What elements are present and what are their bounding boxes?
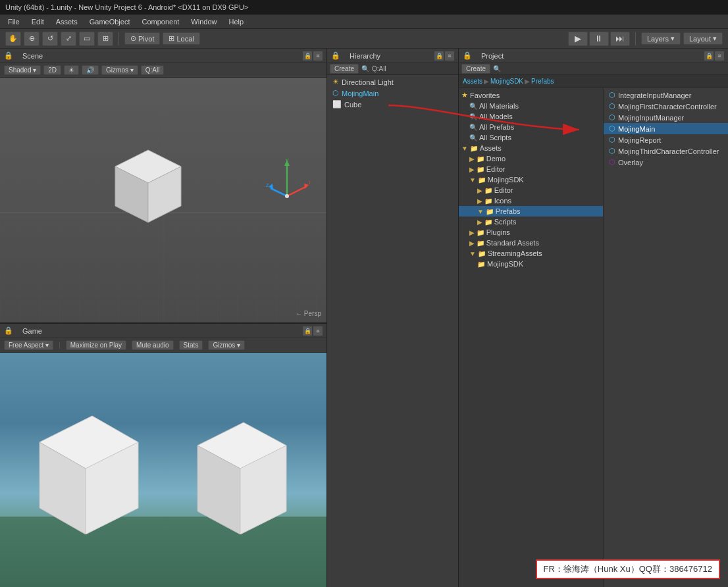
folder-sdk-editor: ▶ 📁 <box>477 187 492 194</box>
hierarchy-create-btn[interactable]: Create <box>330 64 359 74</box>
tree-plugins[interactable]: ▶ 📁 Plugins <box>459 227 603 238</box>
maximize-btn[interactable]: Maximize on Play <box>66 340 126 350</box>
menu-edit[interactable]: Edit <box>26 16 49 27</box>
hierarchy-item-directional-light[interactable]: ☀ Directional Light <box>327 76 458 88</box>
local-button[interactable]: ⊞ Local <box>163 32 199 45</box>
tree-mojingsdk-streaming[interactable]: 📁 MojingSDK <box>459 259 603 269</box>
tree-mojingsdk[interactable]: ▼ 📁 MojingSDK <box>459 174 603 185</box>
mute-btn[interactable]: Mute audio <box>132 340 173 350</box>
hierarchy-item-cube[interactable]: ⬜ Cube <box>327 99 458 110</box>
tree-scripts[interactable]: ▶ 📁 Scripts <box>459 217 603 227</box>
fav-all-models[interactable]: 🔍 All Models <box>459 111 603 122</box>
file-mojing-third-character[interactable]: ⬡ MojingThirdCharacterController <box>604 145 728 157</box>
project-header: 🔒 Project 🔒 ≡ <box>459 49 728 63</box>
tree-mojingsdk-editor[interactable]: ▶ 📁 Editor <box>459 185 603 195</box>
fav-all-prefabs[interactable]: 🔍 All Prefabs <box>459 122 603 132</box>
favorites-header[interactable]: ★ Favorites <box>459 89 603 101</box>
shading-dropdown[interactable]: Shaded ▾ <box>4 65 41 75</box>
pivot-icon: ⊙ <box>130 34 136 43</box>
stats-btn[interactable]: Stats <box>179 340 203 350</box>
move-tool[interactable]: ⊕ <box>24 32 39 46</box>
hand-tool[interactable]: ✋ <box>5 32 21 46</box>
tree-standard-assets[interactable]: ▶ 📁 Standard Assets <box>459 238 603 248</box>
cube-icon: ⬜ <box>332 100 342 109</box>
project-area: 🔒 Project 🔒 ≡ Create 🔍 Assets ▶ MojingSD… <box>459 49 728 587</box>
gizmos-button[interactable]: Gizmos ▾ <box>101 65 138 75</box>
tree-streaming-assets[interactable]: ▼ 📁 StreamingAssets <box>459 248 603 259</box>
hierarchy-create-bar: Create 🔍 Q:All <box>327 63 458 75</box>
fav-all-scripts[interactable]: 🔍 All Scripts <box>459 132 603 143</box>
assets-header[interactable]: ▼ 📁 Assets <box>459 143 603 153</box>
layers-button[interactable]: Layers ▾ <box>641 32 681 45</box>
folder-demo: ▶ 📁 <box>469 155 484 163</box>
menu-gameobject[interactable]: GameObject <box>84 16 136 27</box>
audio-button[interactable]: 🔊 <box>82 65 99 75</box>
scene-header-buttons: 🔒 ≡ <box>303 51 323 61</box>
mojingmain-icon: ⬡ <box>332 89 339 97</box>
menu-component[interactable]: Component <box>136 16 184 27</box>
breadcrumb-mojingsdk[interactable]: MojingSDK <box>490 78 523 85</box>
folder-mojingsdk2: 📁 <box>477 261 485 268</box>
folder-assets: ▼ 📁 <box>461 145 478 152</box>
transform-tool[interactable]: ⊞ <box>97 32 113 46</box>
game-lock-btn[interactable]: 🔒 <box>303 326 312 336</box>
project-panel: ★ Favorites 🔍 All Materials 🔍 All Models… <box>459 88 728 587</box>
aspect-dropdown[interactable]: Free Aspect ▾ <box>4 340 53 350</box>
tab-project[interactable]: Project <box>476 51 509 61</box>
light-item-icon: ☀ <box>332 78 339 86</box>
tab-hierarchy[interactable]: Hierarchy <box>344 51 386 61</box>
tab-scene[interactable]: Scene <box>17 51 48 61</box>
game-menu-btn[interactable]: ≡ <box>313 326 323 336</box>
hierarchy-lock-btn[interactable]: 🔒 <box>434 51 444 61</box>
step-button[interactable]: ⏭ <box>610 32 630 46</box>
breadcrumb-assets[interactable]: Assets <box>463 78 482 85</box>
scene-menu-btn[interactable]: ≡ <box>313 51 323 61</box>
title-bar: Unity (64bit) - 1.unity - New Unity Proj… <box>0 0 728 14</box>
file-mojing-input-manager[interactable]: ⬡ MojingInputManager <box>604 112 728 123</box>
tree-demo[interactable]: ▶ 📁 Demo <box>459 153 603 164</box>
hierarchy-all-label: Q:All <box>372 65 386 72</box>
hierarchy-menu-btn[interactable]: ≡ <box>445 51 454 61</box>
menu-window[interactable]: Window <box>186 16 222 27</box>
light-button[interactable]: ☀ <box>64 65 79 75</box>
svg-line-10 <box>271 188 287 196</box>
project-create-bar: Create 🔍 <box>459 63 728 75</box>
rect-tool[interactable]: ▭ <box>79 32 95 46</box>
menu-help[interactable]: Help <box>223 16 249 27</box>
gizmo-widget: x y z <box>264 157 310 203</box>
gizmos-game-btn[interactable]: Gizmos ▾ <box>208 340 245 350</box>
game-lock-icon: 🔒 <box>4 326 13 335</box>
project-header-buttons: 🔒 ≡ <box>704 51 724 61</box>
tab-game[interactable]: Game <box>17 326 47 336</box>
breadcrumb-prefabs[interactable]: Prefabs <box>531 78 554 85</box>
play-button[interactable]: ▶ <box>568 32 588 46</box>
pause-button[interactable]: ⏸ <box>589 32 609 46</box>
project-lock-btn[interactable]: 🔒 <box>704 51 714 61</box>
svg-text:x: x <box>309 179 310 186</box>
hierarchy-search-icon: 🔍 <box>361 65 369 72</box>
file-mojing-main[interactable]: ⬡ MojingMain <box>604 123 728 134</box>
search-icon-mod: 🔍 <box>469 113 477 120</box>
scene-lock-btn[interactable]: 🔒 <box>303 51 312 61</box>
tree-prefabs[interactable]: ▼ 📁 Prefabs <box>459 206 603 217</box>
hierarchy-item-mojingmain[interactable]: ⬡ MojingMain <box>327 88 458 99</box>
menu-file[interactable]: File <box>3 16 25 27</box>
tree-icons[interactable]: ▶ 📁 Icons <box>459 195 603 206</box>
file-mojing-report[interactable]: ⬡ MojingReport <box>604 134 728 145</box>
2d-button[interactable]: 2D <box>43 65 61 75</box>
project-menu-btn[interactable]: ≡ <box>715 51 724 61</box>
file-overlay[interactable]: ⬡ Overlay <box>604 157 728 168</box>
pivot-button[interactable]: ⊙ Pivot <box>124 32 160 45</box>
file-mojing-first-character[interactable]: ⬡ MojingFirstCharacterController <box>604 101 728 112</box>
separator-1 <box>118 32 119 45</box>
menu-assets[interactable]: Assets <box>51 16 83 27</box>
scale-tool[interactable]: ⤢ <box>61 32 76 46</box>
tree-editor[interactable]: ▶ 📁 Editor <box>459 164 603 174</box>
fav-all-materials[interactable]: 🔍 All Materials <box>459 101 603 111</box>
file-integrate-input-manager[interactable]: ⬡ IntegrateInputManager <box>604 89 728 101</box>
folder-editor: ▶ 📁 <box>469 166 484 173</box>
layout-button[interactable]: Layout ▾ <box>683 32 723 45</box>
rotate-tool[interactable]: ↺ <box>42 32 58 46</box>
all-button[interactable]: Q:All <box>141 65 165 75</box>
project-create-btn[interactable]: Create <box>461 64 490 74</box>
